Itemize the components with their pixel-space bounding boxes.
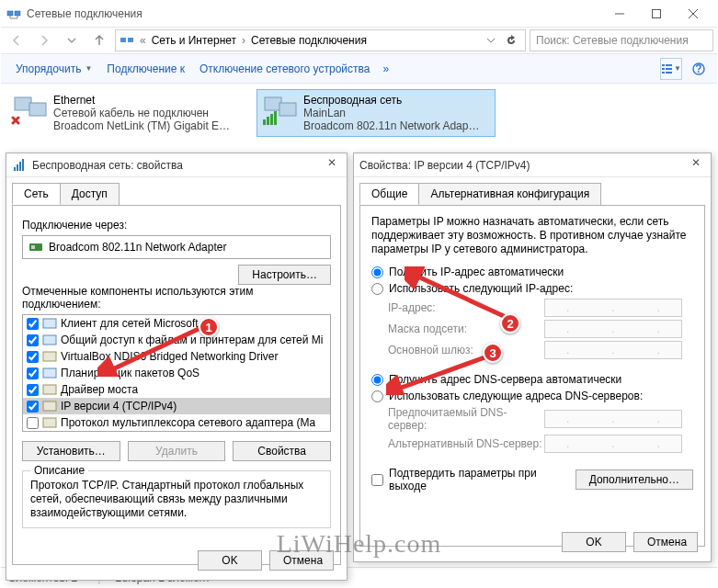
- cancel-button[interactable]: Отмена: [269, 550, 334, 571]
- components-list[interactable]: Клиент для сетей Microsoft Общий доступ …: [22, 314, 331, 432]
- manual-ip-radio[interactable]: [371, 283, 383, 295]
- gateway-label: Основной шлюз:: [388, 344, 544, 356]
- nav-forward[interactable]: [32, 29, 56, 51]
- help-button[interactable]: ?: [688, 58, 710, 80]
- protocol-icon: [42, 400, 57, 413]
- install-button[interactable]: Установить…: [22, 441, 120, 461]
- breadcrumb-item[interactable]: Сеть и Интернет: [148, 34, 240, 47]
- auto-dns-label: Получить адрес DNS-сервера автоматически: [389, 373, 621, 386]
- svg-rect-20: [29, 103, 46, 116]
- subnet-label: Маска подсети:: [388, 322, 544, 335]
- nav-back[interactable]: [5, 29, 28, 51]
- svg-rect-6: [653, 10, 661, 18]
- auto-dns-radio[interactable]: [371, 374, 383, 386]
- qos-icon: [42, 367, 57, 379]
- close-button[interactable]: ✕: [687, 156, 705, 175]
- wifi-props-icon: [12, 158, 27, 173]
- properties-button[interactable]: Свойства: [233, 441, 331, 461]
- component-checkbox[interactable]: [27, 401, 39, 413]
- tab-panel: Подключение через: Broadcom 802.11n Netw…: [12, 205, 341, 565]
- svg-rect-36: [43, 368, 56, 378]
- svg-rect-23: [263, 119, 266, 125]
- svg-rect-22: [279, 103, 296, 116]
- cancel-button[interactable]: Отмена: [633, 532, 698, 552]
- tab-alternative[interactable]: Альтернативная конфигурация: [418, 183, 601, 205]
- component-item[interactable]: VirtualBox NDIS6 Bridged Networking Driv…: [23, 348, 330, 365]
- close-button[interactable]: [675, 1, 712, 27]
- advanced-button[interactable]: Дополнительно…: [576, 469, 693, 490]
- component-item[interactable]: Планировщик пакетов QoS: [23, 365, 330, 381]
- tab-access[interactable]: Доступ: [60, 183, 120, 205]
- uninstall-button: Удалить: [128, 441, 226, 461]
- nav-up[interactable]: [87, 29, 111, 51]
- close-button[interactable]: ✕: [323, 156, 341, 175]
- component-checkbox[interactable]: [27, 417, 39, 429]
- ethernet-disconnected-icon: [11, 94, 48, 127]
- component-checkbox[interactable]: [27, 368, 39, 379]
- multiplexor-icon: [42, 416, 57, 429]
- connection-wifi[interactable]: Беспроводная сеть MainLan Broadcom 802.1…: [256, 89, 496, 137]
- component-item[interactable]: Протокол мультиплексора сетевого адаптер…: [23, 414, 330, 431]
- svg-rect-28: [17, 164, 18, 171]
- svg-rect-27: [14, 167, 16, 171]
- component-item[interactable]: Клиент для сетей Microsoft: [23, 315, 330, 332]
- dialog-title: Свойства: IP версии 4 (TCP/IPv4): [359, 159, 687, 172]
- svg-rect-30: [22, 159, 24, 171]
- address-bar[interactable]: « Сеть и Интернет › Сетевые подключения: [115, 29, 526, 51]
- view-mode-button[interactable]: ▼: [660, 58, 682, 80]
- connections-list: Ethernet Сетевой кабель не подключен Bro…: [1, 84, 717, 142]
- manual-dns-label: Использовать следующие адреса DNS-сервер…: [389, 390, 643, 402]
- search-box[interactable]: Поиск: Сетевые подключения: [530, 29, 713, 51]
- refresh-button[interactable]: [501, 30, 521, 51]
- validate-checkbox[interactable]: [371, 474, 383, 486]
- nav-recent[interactable]: [60, 29, 84, 51]
- addr-dropdown[interactable]: [481, 30, 501, 51]
- adapter-properties-dialog: Беспроводная сеть: свойства ✕ Сеть Досту…: [6, 153, 348, 581]
- connection-ethernet[interactable]: Ethernet Сетевой кабель не подключен Bro…: [6, 89, 245, 137]
- component-item[interactable]: Общий доступ к файлам и принтерам для се…: [23, 332, 330, 348]
- validate-label: Подтвердить параметры при выходе: [389, 467, 576, 492]
- svg-rect-14: [666, 68, 672, 70]
- maximize-button[interactable]: [638, 1, 675, 27]
- svg-rect-24: [267, 117, 269, 125]
- auto-ip-radio[interactable]: [371, 266, 383, 278]
- chevron-right-icon: ›: [240, 34, 247, 47]
- svg-rect-38: [43, 401, 56, 411]
- component-item[interactable]: Драйвер моста: [23, 381, 330, 398]
- svg-rect-9: [120, 38, 126, 42]
- ok-button[interactable]: OK: [198, 550, 262, 571]
- description-title: Описание: [30, 464, 88, 477]
- tab-network[interactable]: Сеть: [12, 183, 61, 205]
- manual-dns-radio[interactable]: [371, 390, 383, 402]
- component-checkbox[interactable]: [27, 351, 39, 363]
- connection-status: MainLan: [303, 107, 479, 119]
- gateway-input: ...: [544, 341, 682, 359]
- component-checkbox[interactable]: [27, 334, 39, 346]
- svg-rect-21: [265, 97, 281, 110]
- tab-general[interactable]: Общие: [359, 183, 419, 205]
- minimize-button[interactable]: [601, 1, 638, 27]
- connect-to-button[interactable]: Подключение к: [99, 59, 192, 79]
- connection-device: Broadcom NetLink (TM) Gigabit E…: [53, 119, 230, 132]
- svg-rect-37: [43, 385, 56, 394]
- breadcrumb-item[interactable]: Сетевые подключения: [247, 34, 370, 47]
- components-label: Отмеченные компоненты используются этим …: [22, 285, 331, 311]
- svg-rect-35: [43, 352, 56, 361]
- dialog-title: Беспроводная сеть: свойства: [32, 159, 323, 172]
- dialog-titlebar: Свойства: IP версии 4 (TCP/IPv4) ✕: [354, 153, 711, 177]
- tab-strip: Общие Альтернативная конфигурация: [354, 177, 711, 205]
- ok-button[interactable]: OK: [562, 532, 626, 552]
- connect-via-label: Подключение через:: [22, 219, 331, 232]
- configure-button[interactable]: Настроить…: [238, 265, 331, 285]
- component-checkbox[interactable]: [27, 318, 39, 330]
- pref-dns-label: Предпочитаемый DNS-сервер:: [388, 406, 544, 432]
- ip-address-label: IP-адрес:: [388, 301, 544, 314]
- subnet-input: ...: [544, 320, 682, 338]
- component-item-ipv4[interactable]: IP версии 4 (TCP/IPv4): [23, 398, 330, 414]
- more-chevron-icon[interactable]: »: [382, 62, 389, 75]
- disable-device-button[interactable]: Отключение сетевого устройства: [192, 59, 377, 79]
- navbar: « Сеть и Интернет › Сетевые подключения …: [1, 27, 717, 54]
- component-checkbox[interactable]: [27, 384, 39, 396]
- organize-menu[interactable]: Упорядочить▼: [8, 59, 99, 79]
- svg-rect-16: [666, 72, 672, 74]
